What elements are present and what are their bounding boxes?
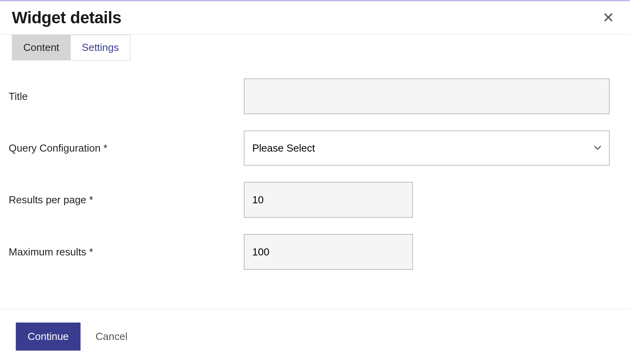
maximum-results-input[interactable]: [244, 234, 413, 270]
title-label: Title: [9, 90, 244, 103]
query-config-label: Query Configuration *: [9, 142, 244, 154]
form-row-maximum-results: Maximum results *: [9, 234, 618, 270]
continue-button[interactable]: Continue: [16, 323, 81, 351]
results-per-page-input[interactable]: [244, 182, 413, 218]
widget-details-modal: Widget details ✕ Content Settings Title …: [0, 1, 630, 364]
modal-title: Widget details: [12, 8, 121, 27]
close-icon: ✕: [602, 9, 614, 26]
tab-settings[interactable]: Settings: [71, 35, 130, 60]
query-config-select[interactable]: Please Select: [244, 131, 609, 165]
tabs-container: Content Settings: [0, 35, 630, 60]
form-row-results-per-page: Results per page *: [9, 182, 618, 218]
modal-footer: Continue Cancel: [0, 309, 630, 364]
maximum-results-label: Maximum results *: [9, 246, 244, 258]
title-input[interactable]: [244, 79, 609, 114]
modal-header: Widget details ✕: [0, 1, 630, 35]
form-row-title: Title: [9, 79, 618, 114]
close-button[interactable]: ✕: [598, 11, 618, 25]
form-body: Title Query Configuration * Please Selec…: [0, 60, 630, 309]
query-config-select-wrapper: Please Select: [244, 131, 609, 165]
results-per-page-label: Results per page *: [9, 194, 244, 206]
form-row-query-config: Query Configuration * Please Select: [9, 131, 618, 165]
cancel-button[interactable]: Cancel: [92, 323, 131, 351]
tab-content[interactable]: Content: [12, 35, 71, 60]
